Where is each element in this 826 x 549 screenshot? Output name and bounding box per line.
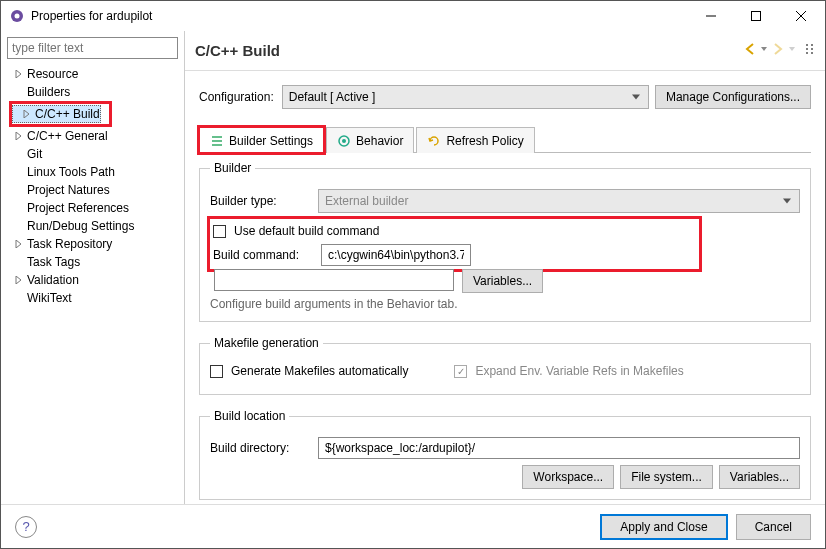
svg-point-9 bbox=[811, 44, 813, 46]
tree-item[interactable]: Run/Debug Settings bbox=[5, 217, 184, 235]
tree-item-label: WikiText bbox=[27, 291, 72, 305]
tree-item[interactable]: Project References bbox=[5, 199, 184, 217]
tree-item[interactable]: Git bbox=[5, 145, 184, 163]
generate-makefiles-checkbox[interactable] bbox=[210, 365, 223, 378]
use-default-build-command-checkbox[interactable] bbox=[213, 225, 226, 238]
tab-builder-settings[interactable]: Builder Settings bbox=[199, 127, 324, 153]
window-title: Properties for ardupilot bbox=[31, 9, 688, 23]
back-dropdown-icon[interactable] bbox=[761, 42, 767, 59]
build-command-label: Build command: bbox=[213, 248, 313, 262]
filter-input[interactable] bbox=[7, 37, 178, 59]
maximize-button[interactable] bbox=[733, 2, 778, 30]
page-title: C/C++ Build bbox=[195, 42, 743, 59]
tree-item[interactable]: Builders bbox=[5, 83, 184, 101]
chevron-right-icon[interactable] bbox=[13, 274, 25, 286]
tree-item[interactable]: Task Tags bbox=[5, 253, 184, 271]
build-directory-input[interactable] bbox=[318, 437, 800, 459]
forward-icon[interactable] bbox=[771, 42, 785, 59]
left-sidebar: ResourceBuildersC/C++ BuildC/C++ General… bbox=[1, 31, 185, 504]
build-command-ext-input[interactable] bbox=[214, 269, 454, 291]
tree-item[interactable]: C/C++ General bbox=[5, 127, 184, 145]
chevron-right-icon[interactable] bbox=[21, 108, 33, 120]
workspace-button[interactable]: Workspace... bbox=[522, 465, 614, 489]
record-icon bbox=[337, 134, 351, 148]
tab-behavior[interactable]: Behavior bbox=[326, 127, 414, 153]
configuration-label: Configuration: bbox=[199, 90, 274, 104]
builder-group: Builder Builder type: External builder U… bbox=[199, 161, 811, 322]
tree-item-label: Builders bbox=[27, 85, 70, 99]
back-icon[interactable] bbox=[743, 42, 757, 59]
tree-item[interactable]: Project Natures bbox=[5, 181, 184, 199]
svg-point-8 bbox=[806, 52, 808, 54]
tree-item[interactable]: WikiText bbox=[5, 289, 184, 307]
tree-item-label: Resource bbox=[27, 67, 78, 81]
tree-item-label: Task Repository bbox=[27, 237, 112, 251]
refresh-icon bbox=[427, 134, 441, 148]
nav-arrows bbox=[743, 42, 815, 59]
file-system-button[interactable]: File system... bbox=[620, 465, 713, 489]
build-location-legend: Build location bbox=[210, 409, 289, 423]
tree-item-label: C/C++ Build bbox=[35, 107, 100, 121]
build-command-variables-button[interactable]: Variables... bbox=[462, 269, 543, 293]
tree-item-label: Git bbox=[27, 147, 42, 161]
cancel-button[interactable]: Cancel bbox=[736, 514, 811, 540]
tree-item-label: Validation bbox=[27, 273, 79, 287]
properties-tree: ResourceBuildersC/C++ BuildC/C++ General… bbox=[1, 65, 184, 307]
build-directory-label: Build directory: bbox=[210, 441, 310, 455]
tree-item-label: Linux Tools Path bbox=[27, 165, 115, 179]
tree-item[interactable]: Validation bbox=[5, 271, 184, 289]
apply-and-close-button[interactable]: Apply and Close bbox=[600, 514, 727, 540]
manage-configurations-button[interactable]: Manage Configurations... bbox=[655, 85, 811, 109]
configuration-row: Configuration: Default [ Active ] Manage… bbox=[199, 85, 811, 109]
svg-point-1 bbox=[15, 14, 20, 19]
svg-point-11 bbox=[811, 52, 813, 54]
configuration-combo[interactable]: Default [ Active ] bbox=[282, 85, 649, 109]
view-menu-icon[interactable] bbox=[805, 42, 815, 59]
tree-item-label: Run/Debug Settings bbox=[27, 219, 134, 233]
chevron-right-icon[interactable] bbox=[13, 238, 25, 250]
dialog-footer: ? Apply and Close Cancel bbox=[1, 504, 825, 548]
expand-env-refs-label: Expand Env. Variable Refs in Makefiles bbox=[475, 364, 683, 378]
build-command-input[interactable] bbox=[321, 244, 471, 266]
page-header: C/C++ Build bbox=[185, 31, 825, 71]
tree-item[interactable]: Linux Tools Path bbox=[5, 163, 184, 181]
minimize-button[interactable] bbox=[688, 2, 733, 30]
expand-env-refs-checkbox bbox=[454, 365, 467, 378]
forward-dropdown-icon[interactable] bbox=[789, 42, 795, 59]
highlighted-tree-item: C/C++ Build bbox=[9, 101, 112, 127]
build-location-group: Build location Build directory: Workspac… bbox=[199, 409, 811, 500]
right-pane: C/C++ Build Configuration: Default [ Act… bbox=[185, 31, 825, 504]
builder-note: Configure build arguments in the Behavio… bbox=[210, 297, 800, 311]
makefile-legend: Makefile generation bbox=[210, 336, 323, 350]
tree-item-label: Task Tags bbox=[27, 255, 80, 269]
svg-point-7 bbox=[806, 48, 808, 50]
svg-point-10 bbox=[811, 48, 813, 50]
tab-refresh-policy[interactable]: Refresh Policy bbox=[416, 127, 534, 153]
list-icon bbox=[210, 134, 224, 148]
tab-bar: Builder Settings Behavior Refresh Policy bbox=[199, 127, 811, 153]
generate-makefiles-label: Generate Makefiles automatically bbox=[231, 364, 408, 378]
chevron-right-icon[interactable] bbox=[13, 130, 25, 142]
tree-item[interactable]: C/C++ Build bbox=[12, 105, 101, 123]
svg-point-16 bbox=[342, 139, 346, 143]
app-icon bbox=[9, 8, 25, 24]
use-default-build-command-label: Use default build command bbox=[234, 224, 379, 238]
tree-item-label: Project References bbox=[27, 201, 129, 215]
close-button[interactable] bbox=[778, 2, 823, 30]
tree-item[interactable]: Resource bbox=[5, 65, 184, 83]
builder-legend: Builder bbox=[210, 161, 255, 175]
titlebar: Properties for ardupilot bbox=[1, 1, 825, 31]
help-icon[interactable]: ? bbox=[15, 516, 37, 538]
build-loc-variables-button[interactable]: Variables... bbox=[719, 465, 800, 489]
tree-item[interactable]: Task Repository bbox=[5, 235, 184, 253]
builder-type-combo[interactable]: External builder bbox=[318, 189, 800, 213]
chevron-right-icon[interactable] bbox=[13, 68, 25, 80]
makefile-group: Makefile generation Generate Makefiles a… bbox=[199, 336, 811, 395]
tree-item-label: Project Natures bbox=[27, 183, 110, 197]
builder-type-label: Builder type: bbox=[210, 194, 310, 208]
tree-item-label: C/C++ General bbox=[27, 129, 108, 143]
svg-point-6 bbox=[806, 44, 808, 46]
svg-rect-3 bbox=[751, 12, 760, 21]
